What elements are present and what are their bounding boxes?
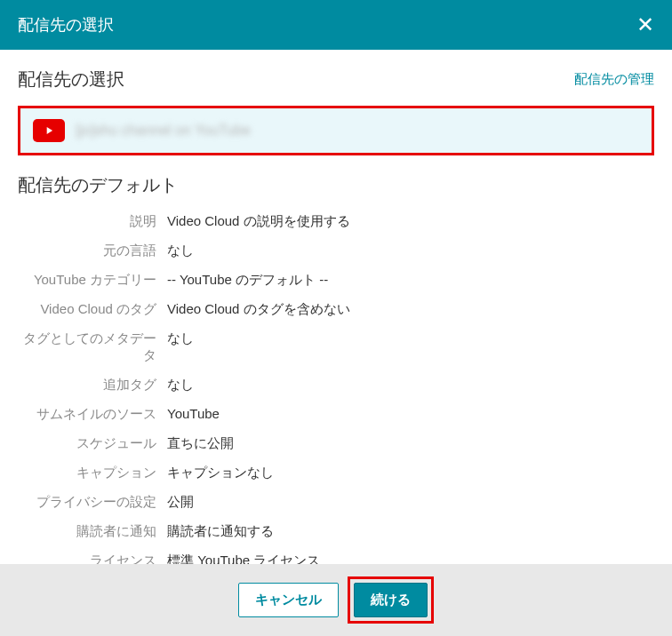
modal-title: 配信先の選択 — [18, 14, 114, 36]
settings-label: キャプション — [18, 465, 167, 481]
defaults-title: 配信先のデフォルト — [18, 173, 654, 197]
settings-row: 購読者に通知購読者に通知する — [18, 523, 654, 540]
modal-content: 配信先の選択 配信先の管理 [jo]shu channel on YouTube… — [0, 50, 672, 627]
destination-name: [jo]shu channel on YouTube — [76, 123, 251, 139]
settings-row: 追加タグなし — [18, 377, 654, 394]
settings-label: Video Cloud のタグ — [18, 301, 167, 318]
settings-label: 追加タグ — [18, 377, 167, 394]
settings-label: 説明 — [18, 213, 167, 230]
settings-label: 元の言語 — [18, 242, 167, 259]
manage-destinations-link[interactable]: 配信先の管理 — [574, 71, 654, 88]
selection-title: 配信先の選択 — [18, 68, 124, 91]
settings-value: なし — [167, 330, 194, 347]
settings-value: なし — [167, 242, 194, 259]
settings-row: キャプションキャプションなし — [18, 465, 654, 481]
close-icon[interactable]: ✕ — [636, 14, 654, 36]
settings-row: スケジュール直ちに公開 — [18, 435, 654, 452]
settings-row: YouTube カテゴリー-- YouTube のデフォルト -- — [18, 272, 654, 289]
cancel-button[interactable]: キャンセル — [238, 583, 339, 617]
settings-row: 元の言語なし — [18, 242, 654, 259]
settings-value: キャプションなし — [167, 465, 274, 481]
settings-value: 購読者に通知する — [167, 523, 274, 540]
modal-header: 配信先の選択 ✕ — [0, 0, 672, 50]
settings-value: 公開 — [167, 494, 194, 511]
continue-button[interactable]: 続ける — [354, 583, 428, 617]
settings-list: 説明Video Cloud の説明を使用する元の言語なしYouTube カテゴリ… — [18, 213, 654, 597]
settings-row: サムネイルのソースYouTube — [18, 406, 654, 423]
settings-label: サムネイルのソース — [18, 406, 167, 423]
settings-label: タグとしてのメタデータ — [18, 330, 167, 364]
settings-label: YouTube カテゴリー — [18, 272, 167, 289]
settings-label: 購読者に通知 — [18, 523, 167, 540]
settings-label: プライバシーの設定 — [18, 494, 167, 511]
settings-label: スケジュール — [18, 435, 167, 452]
destination-selection[interactable]: [jo]shu channel on YouTube — [18, 106, 654, 155]
settings-value: -- YouTube のデフォルト -- — [167, 272, 328, 289]
settings-row: Video Cloud のタグVideo Cloud のタグを含めない — [18, 301, 654, 318]
settings-value: なし — [167, 377, 194, 394]
settings-value: 直ちに公開 — [167, 435, 234, 452]
settings-value: YouTube — [167, 406, 220, 421]
settings-value: Video Cloud のタグを含めない — [167, 301, 350, 318]
modal-footer: キャンセル 続ける — [0, 564, 672, 636]
settings-row: プライバシーの設定公開 — [18, 494, 654, 511]
settings-row: タグとしてのメタデータなし — [18, 330, 654, 364]
continue-button-highlight: 続ける — [348, 576, 434, 624]
selection-header: 配信先の選択 配信先の管理 — [18, 68, 654, 91]
settings-row: 説明Video Cloud の説明を使用する — [18, 213, 654, 230]
youtube-icon — [33, 119, 65, 142]
settings-value: Video Cloud の説明を使用する — [167, 213, 350, 230]
